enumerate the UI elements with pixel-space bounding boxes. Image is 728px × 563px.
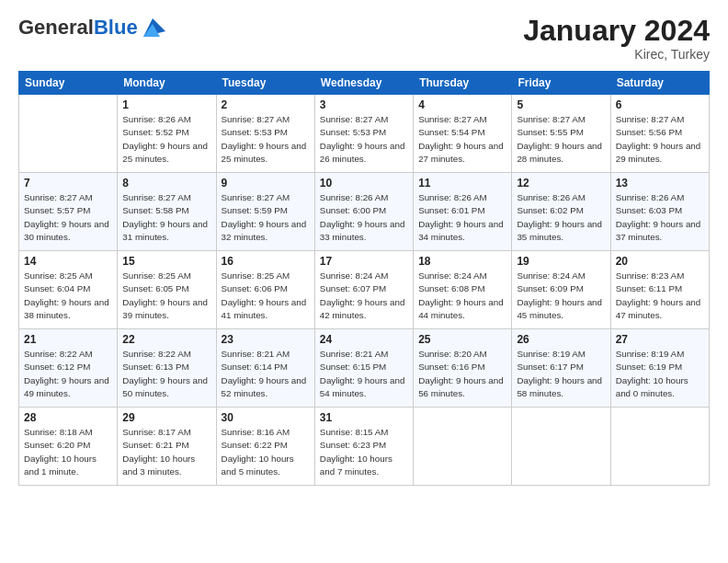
cell-w2-d0: 14 Sunrise: 8:25 AM Sunset: 6:04 PM Dayl… (19, 251, 118, 329)
cell-w1-d2: 9 Sunrise: 8:27 AM Sunset: 5:59 PM Dayli… (216, 173, 314, 251)
cell-w0-d6: 6 Sunrise: 8:27 AM Sunset: 5:56 PM Dayli… (610, 95, 709, 173)
sunset: Sunset: 5:59 PM (222, 205, 288, 215)
daylight: Daylight: 9 hours and 25 minutes. (122, 141, 208, 164)
sunrise: Sunrise: 8:22 AM (122, 349, 191, 359)
day-number: 15 (122, 255, 210, 268)
sunrise: Sunrise: 8:21 AM (320, 349, 389, 359)
day-number: 18 (418, 255, 506, 268)
day-info: Sunrise: 8:27 AM Sunset: 5:56 PM Dayligh… (616, 113, 704, 166)
day-number: 3 (320, 98, 408, 111)
day-number: 11 (418, 177, 506, 190)
cell-w1-d1: 8 Sunrise: 8:27 AM Sunset: 5:58 PM Dayli… (118, 173, 216, 251)
daylight: Daylight: 9 hours and 29 minutes. (616, 141, 701, 164)
sunrise: Sunrise: 8:21 AM (222, 349, 290, 359)
week-row-2: 14 Sunrise: 8:25 AM Sunset: 6:04 PM Dayl… (19, 251, 710, 329)
sunset: Sunset: 6:08 PM (418, 283, 484, 293)
day-number: 22 (122, 333, 210, 346)
day-number: 7 (24, 177, 112, 190)
cell-w3-d0: 21 Sunrise: 8:22 AM Sunset: 6:12 PM Dayl… (19, 329, 118, 408)
sunset: Sunset: 5:55 PM (517, 127, 583, 137)
sunrise: Sunrise: 8:23 AM (616, 270, 685, 281)
day-number: 12 (517, 177, 605, 190)
daylight: Daylight: 9 hours and 27 minutes. (418, 141, 504, 164)
day-number: 17 (320, 255, 408, 268)
day-number: 30 (222, 411, 310, 424)
sunrise: Sunrise: 8:19 AM (517, 349, 586, 359)
daylight: Daylight: 10 hours and 0 minutes. (616, 375, 688, 398)
daylight: Daylight: 9 hours and 52 minutes. (222, 375, 307, 398)
cell-w2-d4: 18 Sunrise: 8:24 AM Sunset: 6:08 PM Dayl… (414, 251, 512, 329)
cell-w0-d0 (19, 95, 118, 173)
daylight: Daylight: 9 hours and 42 minutes. (320, 297, 405, 320)
sunset: Sunset: 5:54 PM (418, 127, 484, 137)
daylight: Daylight: 9 hours and 35 minutes. (517, 219, 602, 242)
daylight: Daylight: 9 hours and 37 minutes. (616, 219, 701, 242)
sunset: Sunset: 6:16 PM (418, 362, 484, 372)
day-number: 21 (24, 333, 112, 346)
calendar-table: Sunday Monday Tuesday Wednesday Thursday… (18, 71, 710, 486)
day-info: Sunrise: 8:26 AM Sunset: 5:52 PM Dayligh… (122, 113, 210, 166)
daylight: Daylight: 10 hours and 3 minutes. (122, 454, 195, 477)
sunrise: Sunrise: 8:26 AM (616, 192, 685, 202)
col-monday: Monday (118, 72, 216, 95)
day-number: 16 (222, 255, 310, 268)
day-info: Sunrise: 8:26 AM Sunset: 6:01 PM Dayligh… (418, 191, 506, 244)
day-number: 31 (320, 411, 408, 424)
cell-w2-d1: 15 Sunrise: 8:25 AM Sunset: 6:05 PM Dayl… (118, 251, 216, 329)
sunset: Sunset: 6:17 PM (517, 362, 583, 372)
cell-w2-d2: 16 Sunrise: 8:25 AM Sunset: 6:06 PM Dayl… (216, 251, 314, 329)
cell-w1-d6: 13 Sunrise: 8:26 AM Sunset: 6:03 PM Dayl… (610, 173, 709, 251)
sunrise: Sunrise: 8:16 AM (222, 427, 290, 437)
daylight: Daylight: 9 hours and 45 minutes. (517, 297, 602, 320)
col-friday: Friday (512, 72, 610, 95)
logo-text: GeneralBlue (18, 17, 138, 39)
day-number: 26 (517, 333, 605, 346)
day-number: 24 (320, 333, 408, 346)
cell-w2-d3: 17 Sunrise: 8:24 AM Sunset: 6:07 PM Dayl… (314, 251, 413, 329)
sunset: Sunset: 5:56 PM (616, 127, 682, 137)
cell-w3-d6: 27 Sunrise: 8:19 AM Sunset: 6:19 PM Dayl… (610, 329, 709, 408)
sunset: Sunset: 6:22 PM (222, 440, 288, 450)
cell-w3-d3: 24 Sunrise: 8:21 AM Sunset: 6:15 PM Dayl… (314, 329, 413, 408)
sunset: Sunset: 6:19 PM (616, 362, 682, 372)
day-number: 20 (616, 255, 704, 268)
calendar-subtitle: Kirec, Turkey (523, 47, 710, 62)
header-row: Sunday Monday Tuesday Wednesday Thursday… (19, 72, 710, 95)
day-info: Sunrise: 8:21 AM Sunset: 6:15 PM Dayligh… (320, 348, 408, 400)
sunrise: Sunrise: 8:27 AM (418, 114, 487, 124)
calendar-title: January 2024 (523, 15, 710, 47)
daylight: Daylight: 9 hours and 32 minutes. (222, 219, 307, 242)
day-info: Sunrise: 8:22 AM Sunset: 6:13 PM Dayligh… (122, 348, 210, 400)
page: GeneralBlue January 2024 Kirec, Turkey S… (0, 0, 728, 563)
day-info: Sunrise: 8:22 AM Sunset: 6:12 PM Dayligh… (24, 348, 112, 400)
sunset: Sunset: 6:23 PM (320, 440, 386, 450)
title-area: January 2024 Kirec, Turkey (523, 15, 710, 62)
daylight: Daylight: 9 hours and 26 minutes. (320, 141, 405, 164)
day-info: Sunrise: 8:24 AM Sunset: 6:09 PM Dayligh… (517, 270, 605, 322)
day-info: Sunrise: 8:27 AM Sunset: 5:54 PM Dayligh… (418, 113, 506, 166)
day-number: 6 (616, 98, 704, 111)
cell-w4-d1: 29 Sunrise: 8:17 AM Sunset: 6:21 PM Dayl… (118, 408, 216, 486)
sunrise: Sunrise: 8:24 AM (517, 270, 586, 281)
day-info: Sunrise: 8:19 AM Sunset: 6:19 PM Dayligh… (616, 348, 704, 400)
sunrise: Sunrise: 8:25 AM (122, 270, 191, 281)
daylight: Daylight: 9 hours and 25 minutes. (222, 141, 307, 164)
col-thursday: Thursday (414, 72, 512, 95)
sunrise: Sunrise: 8:20 AM (418, 349, 487, 359)
logo-general: General (18, 16, 94, 39)
sunrise: Sunrise: 8:26 AM (517, 192, 586, 202)
day-number: 2 (222, 98, 310, 111)
daylight: Daylight: 9 hours and 41 minutes. (222, 297, 307, 320)
cell-w4-d6 (610, 408, 709, 486)
cell-w2-d6: 20 Sunrise: 8:23 AM Sunset: 6:11 PM Dayl… (610, 251, 709, 329)
day-info: Sunrise: 8:24 AM Sunset: 6:08 PM Dayligh… (418, 270, 506, 322)
sunrise: Sunrise: 8:27 AM (616, 114, 685, 124)
sunset: Sunset: 5:52 PM (122, 127, 188, 137)
daylight: Daylight: 9 hours and 28 minutes. (517, 141, 602, 164)
day-number: 13 (616, 177, 704, 190)
sunset: Sunset: 6:12 PM (24, 362, 90, 372)
sunrise: Sunrise: 8:27 AM (222, 114, 290, 124)
cell-w1-d5: 12 Sunrise: 8:26 AM Sunset: 6:02 PM Dayl… (512, 173, 610, 251)
day-info: Sunrise: 8:19 AM Sunset: 6:17 PM Dayligh… (517, 348, 605, 400)
week-row-4: 28 Sunrise: 8:18 AM Sunset: 6:20 PM Dayl… (19, 408, 710, 486)
